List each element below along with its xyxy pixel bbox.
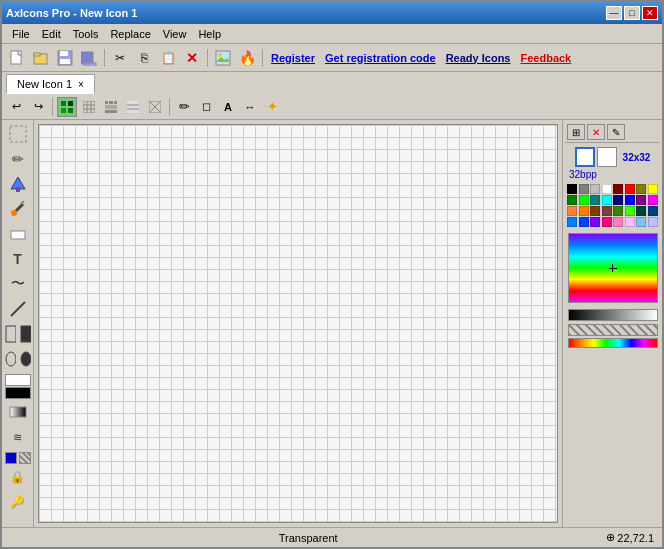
rect-tool[interactable] (4, 323, 17, 345)
color-cell[interactable] (602, 206, 612, 216)
color-cell[interactable] (579, 206, 589, 216)
color-cell[interactable] (636, 184, 646, 194)
color-cell[interactable] (590, 184, 600, 194)
canvas-area[interactable] (38, 124, 558, 523)
color-cell[interactable] (613, 184, 623, 194)
cut-button[interactable]: ✂ (109, 47, 131, 69)
color-cell[interactable] (625, 184, 635, 194)
save-button[interactable] (54, 47, 76, 69)
icon-delete-button[interactable]: ✕ (587, 124, 605, 140)
color-cell[interactable] (625, 217, 635, 227)
color-cell[interactable] (648, 195, 658, 205)
pencil-tool[interactable]: ✏ (4, 147, 32, 171)
color-cell[interactable] (648, 184, 658, 194)
grid-btn-2[interactable] (79, 97, 99, 117)
get-code-link[interactable]: Get registration code (325, 52, 436, 64)
tool-pencil[interactable]: ✏ (174, 97, 194, 117)
eyedropper-tool[interactable] (4, 197, 32, 221)
save-all-button[interactable] (78, 47, 100, 69)
paste-button[interactable]: 📋 (157, 47, 179, 69)
color-swatch-pattern[interactable] (19, 452, 31, 464)
drawing-canvas[interactable] (39, 125, 557, 522)
select-tool[interactable] (4, 122, 32, 146)
color-cell[interactable] (613, 195, 623, 205)
color-cell[interactable] (567, 195, 577, 205)
undo-button[interactable]: ↩ (6, 97, 26, 117)
color-cell[interactable] (636, 217, 646, 227)
icon-preview-medium[interactable] (597, 147, 617, 167)
fill-tool[interactable] (4, 172, 32, 196)
icon-preview-small[interactable] (575, 147, 595, 167)
color-cell[interactable] (579, 217, 589, 227)
icon-edit-button[interactable]: ✎ (607, 124, 625, 140)
new-button[interactable] (6, 47, 28, 69)
color-cell[interactable] (602, 195, 612, 205)
tool-eraser[interactable]: ◻ (196, 97, 216, 117)
text-tool[interactable]: A (218, 97, 238, 117)
svg-rect-13 (61, 108, 66, 113)
menu-file[interactable]: File (6, 26, 36, 42)
image-button[interactable] (212, 47, 234, 69)
color-cell[interactable] (648, 217, 658, 227)
arrow-tool[interactable]: ↔ (240, 97, 260, 117)
foreground-color[interactable] (5, 374, 31, 386)
menu-help[interactable]: Help (192, 26, 227, 42)
color-cell[interactable] (636, 206, 646, 216)
color-cell[interactable] (625, 195, 635, 205)
lock-tool[interactable]: 🔒 (4, 465, 32, 489)
color-gradient[interactable] (568, 233, 658, 303)
feedback-link[interactable]: Feedback (520, 52, 571, 64)
gradient-tool[interactable] (4, 400, 32, 424)
close-button[interactable]: ✕ (642, 6, 658, 20)
color-cell[interactable] (590, 206, 600, 216)
background-color[interactable] (5, 387, 31, 399)
menu-view[interactable]: View (157, 26, 193, 42)
ellipse-tool[interactable] (4, 348, 17, 370)
color-cell[interactable] (613, 217, 623, 227)
ready-icons-link[interactable]: Ready Icons (446, 52, 511, 64)
grid-btn-5[interactable] (145, 97, 165, 117)
smudge-tool[interactable]: ≋ (4, 425, 32, 449)
color-cell[interactable] (636, 195, 646, 205)
color-swatch-blue[interactable] (5, 452, 17, 464)
text-tool-left[interactable]: T (4, 247, 32, 271)
rect-fill-tool[interactable] (19, 323, 32, 345)
copy-button[interactable]: ⎘ (133, 47, 155, 69)
menu-edit[interactable]: Edit (36, 26, 67, 42)
color-cell[interactable] (602, 217, 612, 227)
ellipse-fill-tool[interactable] (19, 348, 32, 370)
color-cell[interactable] (648, 206, 658, 216)
gradient-strip-bw[interactable] (568, 309, 658, 321)
grid-btn-4[interactable] (123, 97, 143, 117)
maximize-button[interactable]: □ (624, 6, 640, 20)
color-cell[interactable] (567, 206, 577, 216)
star-tool[interactable]: ✦ (262, 97, 282, 117)
grid-btn-3[interactable] (101, 97, 121, 117)
fire-button[interactable]: 🔥 (236, 47, 258, 69)
register-link[interactable]: Register (271, 52, 315, 64)
icon-view-button[interactable]: ⊞ (567, 124, 585, 140)
open-button[interactable] (30, 47, 52, 69)
color-cell[interactable] (579, 195, 589, 205)
color-cell[interactable] (590, 195, 600, 205)
minimize-button[interactable]: — (606, 6, 622, 20)
curve-tool[interactable]: 〜 (4, 272, 32, 296)
redo-button[interactable]: ↪ (28, 97, 48, 117)
color-cell[interactable] (567, 217, 577, 227)
color-cell[interactable] (613, 206, 623, 216)
delete-button[interactable]: ✕ (181, 47, 203, 69)
unlock-tool[interactable]: 🔑 (4, 490, 32, 514)
color-cell[interactable] (625, 206, 635, 216)
menu-replace[interactable]: Replace (104, 26, 156, 42)
eraser-tool[interactable] (4, 222, 32, 246)
line-tool[interactable] (4, 297, 32, 321)
color-strip-multi[interactable] (568, 338, 658, 348)
menu-tools[interactable]: Tools (67, 26, 105, 42)
grid-btn-1[interactable] (57, 97, 77, 117)
color-cell[interactable] (602, 184, 612, 194)
tab-close-button[interactable]: × (78, 79, 84, 90)
color-cell[interactable] (590, 217, 600, 227)
color-cell[interactable] (579, 184, 589, 194)
document-tab[interactable]: New Icon 1 × (6, 74, 95, 94)
color-cell[interactable] (567, 184, 577, 194)
